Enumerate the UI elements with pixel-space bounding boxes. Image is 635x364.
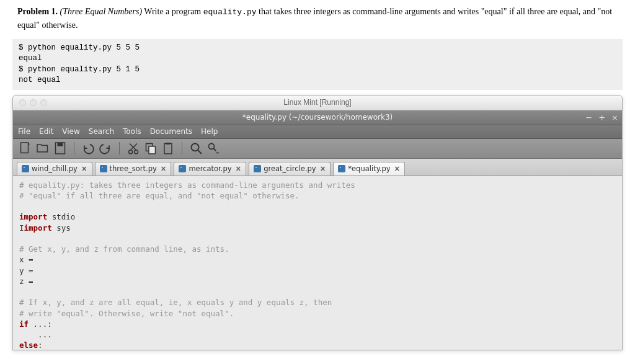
svg-point-14 bbox=[102, 167, 103, 168]
maximize-light-icon[interactable] bbox=[40, 99, 47, 106]
copy-icon[interactable] bbox=[143, 141, 158, 155]
problem-subtitle: (Three Equal Numbers) bbox=[60, 7, 142, 16]
python-file-icon bbox=[22, 165, 29, 172]
terminal-output: $ python equality.py 5 5 5 equal $ pytho… bbox=[12, 39, 623, 90]
tab-mercator[interactable]: mercator.py × bbox=[174, 162, 246, 175]
tab-equality[interactable]: *equality.py × bbox=[333, 162, 405, 175]
tab-label: wind_chill.py bbox=[32, 164, 78, 173]
minimize-button[interactable]: − bbox=[585, 113, 592, 122]
cut-icon[interactable] bbox=[126, 141, 141, 155]
tab-close-icon[interactable]: × bbox=[394, 164, 401, 173]
svg-rect-13 bbox=[100, 165, 107, 172]
maximize-button[interactable]: + bbox=[598, 113, 605, 122]
tab-label: three_sort.py bbox=[110, 164, 157, 173]
traffic-lights bbox=[13, 99, 47, 106]
search-icon[interactable] bbox=[189, 141, 203, 155]
tab-three-sort[interactable]: three_sort.py × bbox=[95, 162, 172, 175]
tab-close-icon[interactable]: × bbox=[161, 164, 167, 173]
close-button[interactable]: × bbox=[611, 113, 618, 122]
toolbar-separator bbox=[182, 142, 182, 154]
redo-icon[interactable] bbox=[98, 141, 113, 155]
svg-rect-6 bbox=[149, 146, 156, 154]
toolbar bbox=[13, 139, 622, 159]
toolbar-separator bbox=[74, 142, 74, 154]
menu-documents[interactable]: Documents bbox=[150, 127, 192, 136]
paste-icon[interactable] bbox=[161, 141, 175, 155]
editor-title: *equality.py (~/coursework/homework3) bbox=[13, 113, 622, 122]
minimize-light-icon[interactable] bbox=[30, 99, 37, 106]
search-replace-icon[interactable] bbox=[206, 141, 221, 155]
menu-file[interactable]: File bbox=[18, 127, 30, 136]
vm-title: Linux Mint [Running] bbox=[13, 98, 622, 107]
problem-text: Problem 1. (Three Equal Numbers) Write a… bbox=[17, 5, 618, 32]
tab-close-icon[interactable]: × bbox=[81, 164, 87, 173]
vm-window: Linux Mint [Running] *equality.py (~/cou… bbox=[12, 95, 623, 350]
svg-rect-19 bbox=[338, 165, 345, 172]
svg-rect-15 bbox=[179, 165, 186, 172]
tab-great-circle[interactable]: great_circle.py × bbox=[249, 162, 331, 175]
svg-point-4 bbox=[135, 150, 138, 154]
svg-rect-2 bbox=[58, 143, 63, 146]
tab-close-icon[interactable]: × bbox=[236, 164, 242, 173]
svg-point-16 bbox=[180, 167, 182, 168]
menu-edit[interactable]: Edit bbox=[39, 127, 53, 136]
svg-point-3 bbox=[129, 150, 133, 154]
menu-search[interactable]: Search bbox=[89, 127, 114, 136]
tab-label: mercator.py bbox=[189, 164, 231, 173]
problem-statement: Problem 1. (Three Equal Numbers) Write a… bbox=[0, 0, 635, 35]
tab-label: *equality.py bbox=[348, 164, 390, 173]
menu-tools[interactable]: Tools bbox=[123, 127, 141, 136]
tabbar: wind_chill.py × three_sort.py × mercator… bbox=[13, 159, 622, 176]
python-file-icon bbox=[254, 165, 261, 172]
save-icon[interactable] bbox=[53, 141, 68, 155]
python-file-icon bbox=[179, 165, 186, 172]
undo-icon[interactable] bbox=[81, 141, 95, 155]
tab-label: great_circle.py bbox=[264, 164, 316, 173]
svg-point-9 bbox=[192, 144, 199, 151]
svg-rect-11 bbox=[22, 165, 29, 172]
close-light-icon[interactable] bbox=[19, 99, 26, 106]
svg-point-18 bbox=[255, 167, 257, 168]
menubar: File Edit View Search Tools Documents He… bbox=[13, 125, 622, 139]
svg-rect-17 bbox=[254, 165, 261, 172]
vm-titlebar[interactable]: Linux Mint [Running] bbox=[13, 95, 622, 110]
text-cursor-icon: I bbox=[19, 223, 24, 233]
svg-rect-7 bbox=[164, 144, 172, 154]
menu-help[interactable]: Help bbox=[201, 127, 218, 136]
svg-rect-8 bbox=[166, 143, 170, 144]
tab-wind-chill[interactable]: wind_chill.py × bbox=[17, 162, 92, 175]
python-file-icon bbox=[100, 165, 107, 172]
menu-view[interactable]: View bbox=[62, 127, 79, 136]
open-file-icon[interactable] bbox=[35, 141, 50, 155]
toolbar-separator bbox=[119, 142, 120, 154]
svg-point-12 bbox=[24, 167, 25, 168]
problem-label: Problem 1. bbox=[17, 7, 58, 16]
new-file-icon[interactable] bbox=[18, 141, 33, 155]
problem-filename: equality.py bbox=[203, 7, 257, 17]
window-controls: − + × bbox=[585, 113, 618, 122]
code-editor[interactable]: # equality.py: takes three integers as c… bbox=[13, 176, 622, 350]
svg-rect-0 bbox=[21, 143, 29, 153]
python-file-icon bbox=[338, 165, 345, 172]
editor-titlebar[interactable]: *equality.py (~/coursework/homework3) − … bbox=[13, 110, 622, 125]
tab-close-icon[interactable]: × bbox=[320, 164, 326, 173]
svg-point-20 bbox=[340, 167, 341, 168]
